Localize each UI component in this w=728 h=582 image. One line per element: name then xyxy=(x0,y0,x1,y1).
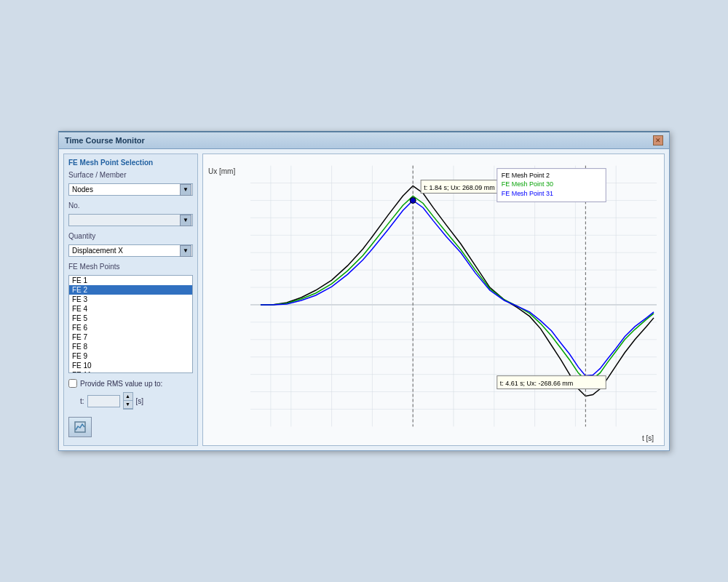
no-field-row: No. xyxy=(68,202,193,211)
quantity-label: Quantity xyxy=(68,232,193,240)
surface-member-label: Surface / Member xyxy=(68,171,193,179)
y-axis-label: Ux [mm] xyxy=(208,167,235,175)
chart-svg: 300.000 250.000 200.000 150.000 100.000 … xyxy=(250,162,657,431)
list-item-selected[interactable]: FE 2 xyxy=(69,285,192,295)
legend-item-black: FE Mesh Point 2 xyxy=(502,172,550,179)
t-spinner[interactable]: ▲ ▼ xyxy=(123,392,133,410)
no-label: No. xyxy=(68,202,80,210)
window-title: Time Course Monitor xyxy=(65,136,145,145)
fe-mesh-list[interactable]: FE 1 FE 2 FE 3 FE 4 FE 5 FE 6 FE 7 FE 8 … xyxy=(68,275,193,373)
list-item[interactable]: FE 4 xyxy=(69,304,192,314)
t-input[interactable] xyxy=(87,395,120,407)
peak-marker xyxy=(410,197,416,203)
list-item[interactable]: FE 8 xyxy=(69,342,192,351)
fe-mesh-points-label: FE Mesh Points xyxy=(68,263,193,271)
list-item[interactable]: FE 6 xyxy=(69,323,192,332)
no-select[interactable] xyxy=(68,214,193,226)
t-label: t: xyxy=(80,397,84,405)
surface-member-dropdown-wrapper: Nodes Members Surfaces ▼ xyxy=(68,183,193,196)
list-item[interactable]: FE 10 xyxy=(69,361,192,370)
list-item[interactable]: FE 5 xyxy=(69,314,192,323)
content-area: FE Mesh Point Selection Surface / Member… xyxy=(59,149,669,450)
action-icon xyxy=(74,420,87,434)
spinner-down-icon[interactable]: ▼ xyxy=(124,401,132,409)
title-bar: Time Course Monitor ✕ xyxy=(59,132,669,149)
no-dropdown-wrapper: ▼ xyxy=(68,214,193,226)
quantity-dropdown-wrapper: Displacement X Displacement Y Displaceme… xyxy=(68,244,193,257)
surface-member-select[interactable]: Nodes Members Surfaces xyxy=(68,183,193,196)
chart-inner: Ux [mm] t [s] xyxy=(250,162,657,431)
left-panel: FE Mesh Point Selection Surface / Member… xyxy=(63,154,198,446)
close-button[interactable]: ✕ xyxy=(653,135,663,146)
rms-label: Provide RMS value up to: xyxy=(80,380,162,388)
chart-area: Ux [mm] t [s] xyxy=(202,154,665,446)
legend-item-green: FE Mesh Point 30 xyxy=(502,180,553,188)
tooltip-bottom-text: t: 4.61 s; Ux: -268.66 mm xyxy=(500,380,574,387)
list-item[interactable]: FE 3 xyxy=(69,295,192,304)
list-item[interactable]: FE 1 xyxy=(69,276,192,285)
t-unit: [s] xyxy=(136,397,144,405)
tooltip-top-text: t: 1.84 s; Ux: 268.09 mm xyxy=(424,184,495,191)
main-window: Time Course Monitor ✕ FE Mesh Point Sele… xyxy=(58,131,670,451)
list-item[interactable]: FE 9 xyxy=(69,351,192,361)
list-item[interactable]: FE 11 xyxy=(69,370,192,373)
legend-item-blue: FE Mesh Point 31 xyxy=(502,190,553,197)
section-title: FE Mesh Point Selection xyxy=(68,159,193,167)
t-row: t: ▲ ▼ [s] xyxy=(80,392,193,410)
rms-checkbox[interactable] xyxy=(68,379,77,388)
quantity-select[interactable]: Displacement X Displacement Y Displaceme… xyxy=(68,244,193,257)
spinner-up-icon[interactable]: ▲ xyxy=(124,393,132,401)
rms-row: Provide RMS value up to: xyxy=(68,379,193,388)
x-axis-label: t [s] xyxy=(642,434,654,442)
list-item[interactable]: FE 7 xyxy=(69,332,192,342)
action-button[interactable] xyxy=(68,417,92,437)
